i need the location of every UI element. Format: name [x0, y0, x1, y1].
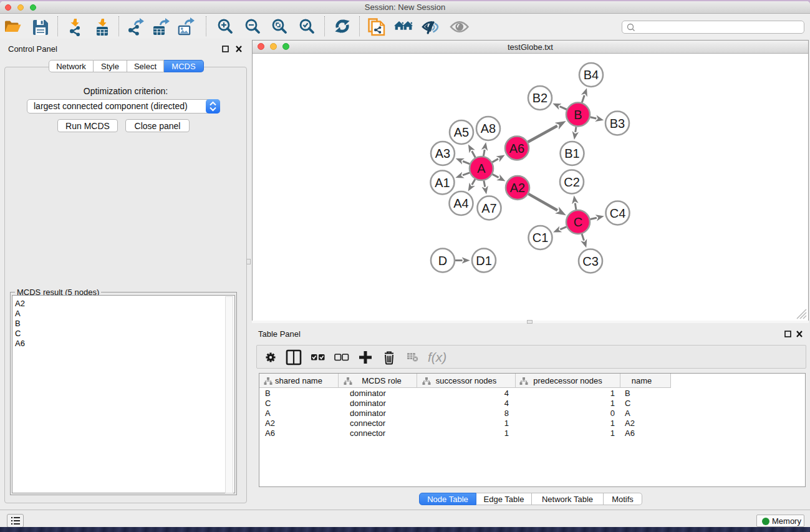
svg-text:C3: C3: [582, 254, 599, 268]
svg-text:A1: A1: [435, 176, 450, 190]
svg-text:A5: A5: [454, 125, 469, 139]
svg-text:B4: B4: [584, 68, 599, 82]
svg-text:D: D: [438, 254, 447, 268]
svg-text:C4: C4: [610, 206, 626, 220]
svg-text:f(x): f(x): [428, 350, 446, 364]
svg-text:A7: A7: [481, 201, 496, 215]
svg-text:C: C: [574, 215, 582, 229]
svg-text:C1: C1: [533, 231, 549, 244]
svg-text:A3: A3: [435, 147, 450, 160]
svg-text:D1: D1: [476, 254, 492, 268]
svg-text:B: B: [574, 108, 582, 122]
svg-text:B1: B1: [564, 147, 579, 160]
svg-text:C2: C2: [564, 175, 580, 189]
svg-text:A: A: [477, 162, 486, 175]
svg-text:A8: A8: [481, 122, 496, 135]
svg-text:B3: B3: [610, 117, 625, 130]
svg-text:A2: A2: [510, 181, 525, 195]
svg-text:A6: A6: [509, 142, 524, 155]
svg-text:A4: A4: [453, 196, 468, 210]
svg-text:B2: B2: [533, 91, 547, 105]
